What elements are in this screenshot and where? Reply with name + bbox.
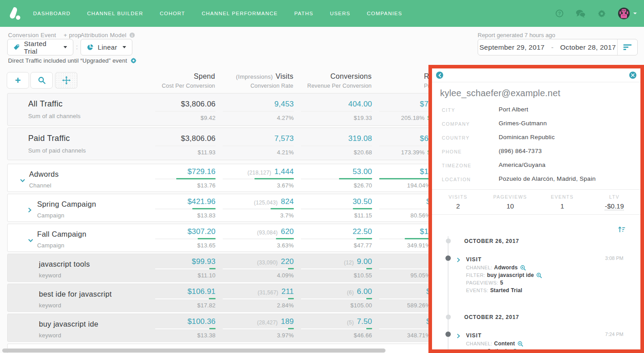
row-title[interactable]: Adwords xyxy=(8,170,148,179)
detail-label: CITY xyxy=(432,106,499,120)
spend-value: $3,806.06 xyxy=(181,100,216,109)
attribution-model-value: Linear xyxy=(98,43,118,51)
user-menu[interactable] xyxy=(618,7,637,20)
conversions-value[interactable]: 319.08 xyxy=(348,134,372,143)
conversion-event-label: Conversion Event + prop xyxy=(8,32,81,38)
conversion-rate-value: 2.84% xyxy=(216,299,294,309)
roi-value: 205.18% xyxy=(401,115,425,121)
chevron-right-icon[interactable] xyxy=(457,332,460,340)
close-button[interactable] xyxy=(629,72,636,79)
visits-value[interactable]: 824 xyxy=(281,197,294,206)
visit-channel: CHANNEL:Content xyxy=(466,340,640,347)
conversions-value[interactable]: 22.50 xyxy=(352,227,372,236)
spend-value[interactable]: $99.93 xyxy=(192,257,216,266)
visits-value[interactable]: 1,444 xyxy=(274,167,294,176)
chevron-down-icon xyxy=(123,46,126,48)
zoom-in-icon[interactable] xyxy=(513,349,518,350)
spend-value[interactable]: $729.16 xyxy=(187,167,216,176)
visit-title[interactable]: VISIT xyxy=(466,332,482,339)
chevron-down-icon[interactable] xyxy=(20,176,25,184)
visits-value[interactable]: 9,453 xyxy=(274,100,294,109)
date-filter-button[interactable] xyxy=(618,44,637,51)
column-conversions[interactable]: Conversions xyxy=(330,72,372,81)
spend-value[interactable]: $100.36 xyxy=(187,317,216,326)
tag-icon xyxy=(13,44,20,51)
column-visits-sub: Conversion Rate xyxy=(250,83,293,89)
nav-item-users[interactable]: USERS xyxy=(330,11,351,16)
conversion-count-paren: (5) xyxy=(347,319,354,326)
detail-label: TIMEZONE xyxy=(432,162,499,175)
spend-value[interactable]: $421.96 xyxy=(187,197,216,206)
add-prop-link[interactable]: + prop xyxy=(64,32,81,38)
impressions-value: (125,043) xyxy=(254,200,278,206)
avatar[interactable] xyxy=(618,7,630,20)
row-title[interactable]: buy javascript ide xyxy=(8,320,148,328)
back-button[interactable] xyxy=(436,72,443,79)
row-name-cell: best ide for javascript keyword xyxy=(8,284,148,311)
revenue-per-conversion-value: $10.55 xyxy=(294,269,372,279)
column-visits[interactable]: (Impressions)Visits xyxy=(236,72,293,81)
roi-value: 349.91% xyxy=(372,239,431,249)
column-spend[interactable]: Spend xyxy=(194,72,215,81)
chevron-right-icon[interactable] xyxy=(28,206,32,214)
visits-value[interactable]: 189 xyxy=(281,317,294,326)
date-range-picker[interactable]: September 29, 2017 - October 28, 2017 xyxy=(478,39,638,55)
conversion-rate-value: 3.97% xyxy=(216,329,294,339)
conversion-rate-value: 4.21% xyxy=(216,146,294,156)
timeline-visit-dot xyxy=(445,332,451,337)
stat-value-ltv[interactable]: -$0.19 xyxy=(605,202,624,210)
attribution-model-dropdown[interactable]: Linear xyxy=(80,39,132,55)
svg-text:?: ? xyxy=(558,11,561,16)
chevron-right-icon[interactable] xyxy=(457,256,460,264)
zoom-in-icon[interactable] xyxy=(517,341,523,347)
conversions-value[interactable]: 6.00 xyxy=(357,287,372,296)
roi-value: 173.39% xyxy=(401,149,425,156)
row-title[interactable]: best ide for javascript xyxy=(8,290,148,298)
conversion-event-label-text: Conversion Event xyxy=(8,32,56,38)
nav-item-channel-performance[interactable]: CHANNEL PERFORMANCE xyxy=(202,11,278,16)
nav-item-paths[interactable]: PATHS xyxy=(294,11,314,16)
nav-item-dashboard[interactable]: DASHBOARD xyxy=(33,11,71,16)
spend-value[interactable]: $307.20 xyxy=(187,227,216,236)
gear-icon[interactable] xyxy=(131,58,136,64)
cpc-value: $9.42 xyxy=(148,112,216,121)
horizontal-scrollbar[interactable] xyxy=(2,349,386,353)
conversions-value[interactable]: 30.50 xyxy=(352,197,372,206)
conversions-value[interactable]: 404.00 xyxy=(348,100,372,109)
chat-icon[interactable] xyxy=(576,9,586,18)
visits-value[interactable]: 7,573 xyxy=(274,134,294,143)
row-subtitle: Sum of all channels xyxy=(8,113,148,119)
spend-value[interactable]: $106.91 xyxy=(187,287,216,296)
visit-pageviews: PAGEVIEWS:5 xyxy=(466,280,640,286)
visit-channel: CHANNEL:Adwords xyxy=(466,264,640,271)
row-name-cell: Fall Campaign Campaign xyxy=(8,224,148,251)
app-logo-icon[interactable] xyxy=(8,6,21,21)
sort-order-icon[interactable] xyxy=(618,226,625,234)
chevron-down-icon[interactable] xyxy=(28,236,33,244)
conversions-value[interactable]: 7.50 xyxy=(357,317,372,326)
conversion-event-dropdown[interactable]: Started Trial xyxy=(7,39,73,55)
chevron-left-icon xyxy=(438,73,441,77)
conversion-rate-value: 3.67% xyxy=(216,179,294,189)
impressions-value: (93,084) xyxy=(257,230,278,236)
visits-value[interactable]: 220 xyxy=(281,257,294,266)
row-subtitle: Sum of paid channels xyxy=(8,147,148,154)
nav-item-companies[interactable]: COMPANIES xyxy=(367,11,402,16)
settings-gear-icon[interactable] xyxy=(598,10,606,17)
visits-value[interactable]: 620 xyxy=(281,227,294,236)
svg-text:i: i xyxy=(131,33,133,38)
help-icon[interactable]: ? xyxy=(555,9,564,17)
info-icon[interactable]: i xyxy=(129,32,135,38)
nav-item-channel-builder[interactable]: CHANNEL BUILDER xyxy=(87,11,144,16)
table-header: Spend Cost Per Conversion (Impressions)V… xyxy=(7,72,430,89)
timeline-visit: VISIT 3:08 PM CHANNEL:Adwords FILTER:buy… xyxy=(432,255,640,293)
conversions-value[interactable]: 9.00 xyxy=(357,257,372,266)
row-title[interactable]: javascript tools xyxy=(8,260,148,268)
visits-value[interactable]: 211 xyxy=(281,287,294,296)
conversions-value[interactable]: 53.00 xyxy=(352,167,372,176)
nav-item-cohort[interactable]: COHORT xyxy=(160,11,185,16)
zoom-in-icon[interactable] xyxy=(536,272,542,278)
visit-title[interactable]: VISIT xyxy=(466,256,482,263)
zoom-in-icon[interactable] xyxy=(520,265,526,271)
roi-value: 194.04% xyxy=(372,179,431,189)
